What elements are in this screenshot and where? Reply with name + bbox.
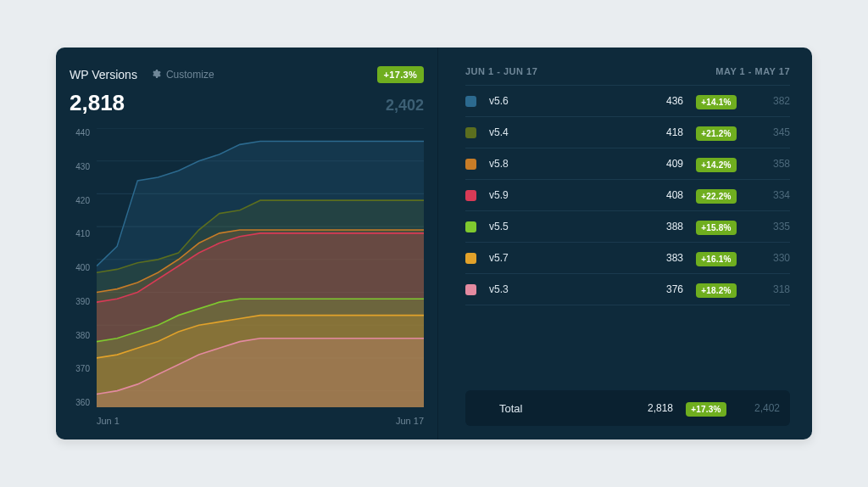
- version-secondary-value: 335: [749, 221, 790, 232]
- version-primary-value: 418: [643, 126, 683, 138]
- y-tick-label: 380: [70, 331, 90, 340]
- version-secondary-value: 358: [749, 158, 790, 170]
- version-row[interactable]: v5.5388+15.8%335: [465, 211, 790, 243]
- version-name: v5.9: [489, 189, 634, 201]
- y-tick-label: 360: [70, 398, 90, 407]
- version-row[interactable]: v5.4418+21.2%345: [465, 117, 790, 148]
- chart-header: WP Versions Customize +17.3%: [70, 66, 424, 83]
- table-panel: JUN 1 - JUN 17 MAY 1 - MAY 17 v5.6436+14…: [438, 48, 812, 439]
- version-secondary-value: 345: [749, 126, 790, 138]
- customize-label: Customize: [166, 69, 214, 81]
- x-axis-labels: Jun 1 Jun 17: [70, 407, 424, 426]
- y-tick-label: 400: [70, 263, 90, 272]
- version-swatch: [465, 127, 476, 138]
- version-row[interactable]: v5.3376+18.2%318: [465, 274, 790, 305]
- version-swatch: [465, 96, 476, 107]
- version-swatch: [465, 190, 476, 201]
- version-change-badge: +15.8%: [696, 221, 736, 235]
- y-tick-label: 410: [70, 229, 90, 238]
- x-label-end: Jun 17: [396, 416, 424, 426]
- x-label-start: Jun 1: [97, 416, 120, 426]
- version-change-badge: +21.2%: [696, 126, 736, 141]
- version-swatch: [465, 253, 476, 264]
- version-primary-value: 388: [643, 221, 683, 232]
- dashboard-card: WP Versions Customize +17.3% 2,818 2,402…: [56, 48, 812, 439]
- range-primary-label: JUN 1 - JUN 17: [465, 66, 537, 76]
- y-tick-label: 430: [70, 162, 90, 171]
- total-primary: 2,818: [632, 402, 673, 414]
- version-swatch: [465, 159, 476, 170]
- version-row[interactable]: v5.7383+16.1%330: [465, 243, 790, 274]
- total-secondary: 2,402: [739, 402, 780, 414]
- version-secondary-value: 330: [749, 252, 790, 264]
- version-primary-value: 409: [643, 158, 683, 170]
- version-change-badge: +16.1%: [696, 252, 736, 266]
- version-row[interactable]: v5.9408+22.2%334: [465, 180, 790, 211]
- chart-panel: WP Versions Customize +17.3% 2,818 2,402…: [56, 48, 437, 439]
- version-primary-value: 376: [643, 283, 683, 295]
- version-primary-value: 383: [643, 252, 683, 264]
- total-label: Total: [499, 402, 624, 415]
- version-swatch: [465, 284, 476, 295]
- primary-total: 2,818: [70, 90, 125, 116]
- y-tick-label: 440: [70, 128, 90, 137]
- version-primary-value: 436: [643, 95, 683, 107]
- y-axis-labels: 440430420410400390380370360: [70, 128, 93, 407]
- version-change-badge: +14.2%: [696, 158, 736, 172]
- overall-change-badge: +17.3%: [377, 66, 424, 83]
- version-change-badge: +14.1%: [696, 95, 736, 109]
- version-name: v5.5: [489, 221, 634, 232]
- version-name: v5.3: [489, 283, 634, 295]
- chart-plot: [97, 128, 424, 407]
- range-header: JUN 1 - JUN 17 MAY 1 - MAY 17: [465, 66, 790, 86]
- version-secondary-value: 318: [749, 283, 790, 295]
- y-tick-label: 390: [70, 297, 90, 306]
- version-name: v5.8: [489, 158, 634, 170]
- version-name: v5.6: [489, 95, 634, 107]
- version-change-badge: +22.2%: [696, 189, 736, 204]
- customize-button[interactable]: Customize: [151, 69, 214, 81]
- version-change-badge: +18.2%: [696, 283, 736, 298]
- chart-area: 440430420410400390380370360: [70, 128, 424, 407]
- totals-row: 2,818 2,402: [70, 90, 424, 116]
- version-name: v5.7: [489, 252, 634, 264]
- y-tick-label: 370: [70, 364, 90, 373]
- range-secondary-label: MAY 1 - MAY 17: [715, 66, 790, 76]
- panel-title: WP Versions: [70, 68, 137, 81]
- gear-icon: [151, 69, 161, 81]
- version-secondary-value: 334: [749, 189, 790, 201]
- version-row[interactable]: v5.8409+14.2%358: [465, 148, 790, 180]
- version-primary-value: 408: [643, 189, 683, 201]
- version-name: v5.4: [489, 126, 634, 138]
- version-list: v5.6436+14.1%382v5.4418+21.2%345v5.8409+…: [465, 86, 790, 390]
- total-change-badge: +17.3%: [686, 402, 726, 417]
- secondary-total: 2,402: [386, 97, 424, 115]
- version-row[interactable]: v5.6436+14.1%382: [465, 86, 790, 117]
- version-secondary-value: 382: [749, 95, 790, 107]
- version-swatch: [465, 221, 476, 232]
- total-row: Total 2,818 +17.3% 2,402: [465, 390, 790, 426]
- y-tick-label: 420: [70, 196, 90, 205]
